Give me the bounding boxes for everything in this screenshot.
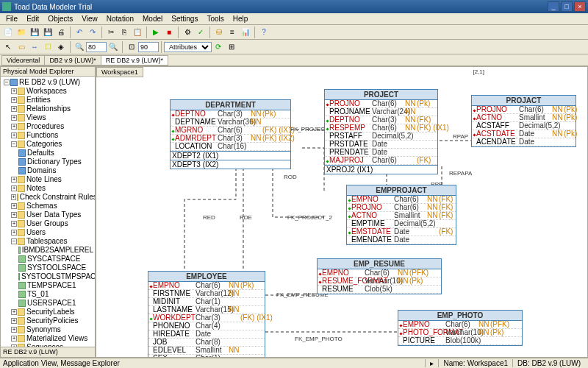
- tree-item[interactable]: +Note Lines: [2, 175, 93, 184]
- model-tab[interactable]: RE DB2 v.9 (LUW)*: [101, 55, 168, 66]
- tree-item[interactable]: +Entities: [2, 96, 93, 105]
- entity-icon[interactable]: ▭: [16, 42, 26, 52]
- status-db: DB: DB2 v.9 (LUW): [512, 359, 585, 367]
- tree-item[interactable]: −Categories: [2, 140, 93, 149]
- stop-icon[interactable]: ■: [164, 27, 174, 38]
- tree-item[interactable]: Dictionary Types: [2, 158, 93, 166]
- tree-item[interactable]: SYSTOOLSTMPSPACE: [2, 272, 93, 281]
- model-tab[interactable]: Videorental: [1, 55, 45, 66]
- script-icon[interactable]: ≡: [227, 27, 237, 38]
- zoom-input-1[interactable]: [86, 42, 107, 52]
- tree-body[interactable]: −RE DB2 v.9 (LUW)+Workspaces+Entities+Re…: [1, 77, 95, 347]
- display-combo[interactable]: Attributes: [164, 42, 212, 52]
- tree-item[interactable]: +Workspaces: [2, 87, 93, 96]
- entity-header: EMPLOYEE: [148, 272, 265, 282]
- rel-repapa: REPAPA: [449, 170, 472, 177]
- check-icon[interactable]: ✓: [196, 27, 206, 38]
- titlebar: Toad Data Modeler Trial _ □ ×: [0, 0, 588, 13]
- tree-item[interactable]: TS_01: [2, 290, 93, 299]
- menu-view[interactable]: View: [77, 14, 102, 24]
- help-icon[interactable]: ?: [259, 27, 269, 38]
- entity-column: EMENDATEDate: [347, 236, 456, 244]
- entity-empprojact[interactable]: EMPPROJACTEMPNOChar(6)NN(FK)PROJNOChar(6…: [346, 185, 456, 245]
- tree-item[interactable]: TEMPSPACE1: [2, 281, 93, 290]
- tree-item[interactable]: SYSCATSPACE: [2, 255, 93, 263]
- menu-model[interactable]: Model: [138, 14, 167, 24]
- zoom-input-2[interactable]: [138, 42, 159, 52]
- tree-root[interactable]: −RE DB2 v.9 (LUW): [2, 78, 93, 87]
- pointer-icon[interactable]: ↖: [3, 42, 13, 52]
- diagram-canvas[interactable]: Workspace1 [2,1] ROD RED RDE FK_PROJECT_…: [96, 66, 588, 358]
- tree-item[interactable]: +User Groups: [2, 219, 93, 228]
- close-button[interactable]: ×: [574, 1, 586, 12]
- tree-item[interactable]: USERSPACE1: [2, 299, 93, 308]
- save-icon[interactable]: 💾: [29, 27, 40, 38]
- menu-notation[interactable]: Notation: [102, 14, 138, 24]
- tree-bottom-tab[interactable]: RE DB2 v.9 (LUW): [1, 347, 95, 357]
- menu-edit[interactable]: Edit: [22, 14, 43, 24]
- entity-department[interactable]: DEPARTMENTDEPTNOChar(3)NN(Pk)DEPTNAMEVar…: [170, 99, 291, 169]
- open-icon[interactable]: 📁: [16, 27, 26, 38]
- refresh-icon[interactable]: ⟳: [213, 42, 223, 52]
- model-tab[interactable]: DB2 v.9 (LUW)*: [44, 55, 101, 66]
- minimize-button[interactable]: _: [548, 1, 559, 12]
- status-m: ▸: [425, 359, 438, 367]
- tree-item[interactable]: +Synonyms: [2, 325, 93, 334]
- new-icon[interactable]: 📄: [3, 27, 13, 38]
- tree-item[interactable]: +SecurityLabels: [2, 308, 93, 316]
- tree-item[interactable]: +Views: [2, 113, 93, 122]
- tree-item[interactable]: +Functions: [2, 131, 93, 140]
- tree-item[interactable]: IBMDB2SAMPLEREL: [2, 246, 93, 255]
- entity-index: XDEPT2 (IX1): [171, 151, 290, 160]
- run-icon[interactable]: ▶: [151, 27, 161, 38]
- tree-item[interactable]: +Users: [2, 228, 93, 237]
- menu-tools[interactable]: Tools: [202, 14, 228, 24]
- maximize-button[interactable]: □: [561, 1, 573, 12]
- entity-emp-photo[interactable]: EMP_PHOTOEMPNOChar(6)NN(PFK)PHOTO_FORMAT…: [398, 310, 523, 346]
- menu-settings[interactable]: Settings: [167, 14, 202, 24]
- zoomout-icon[interactable]: 🔍: [74, 42, 85, 52]
- status-bar: Application View, Message Explorer ▸ Nam…: [0, 358, 588, 368]
- saveall-icon[interactable]: 💾: [43, 27, 53, 38]
- entity-column: PICTUREBlob(100k): [398, 337, 522, 345]
- fit-icon[interactable]: ⊡: [126, 42, 137, 52]
- paste-icon[interactable]: 📋: [132, 27, 143, 38]
- tree-item[interactable]: Defaults: [2, 149, 93, 158]
- entity-projact[interactable]: PROJACTPROJNOChar(6)NN(Pk)ACTNOSmallintN…: [471, 95, 576, 147]
- cut-icon[interactable]: ✂: [106, 27, 116, 38]
- entity-column: LOCATIONChar(16): [171, 143, 290, 151]
- tree-item[interactable]: +Relationships: [2, 105, 93, 113]
- tree-item[interactable]: +Schemas: [2, 202, 93, 210]
- menu-file[interactable]: File: [1, 14, 22, 24]
- tree-item[interactable]: +Procedures: [2, 122, 93, 131]
- zoomin-icon[interactable]: 🔍: [108, 42, 118, 52]
- tree-item[interactable]: −Tablespaces: [2, 237, 93, 246]
- tree-item[interactable]: Domains: [2, 166, 93, 175]
- print-icon[interactable]: 🖨: [56, 27, 66, 38]
- tree-item[interactable]: +Materialized Views: [2, 334, 93, 343]
- menu-help[interactable]: Help: [229, 14, 253, 24]
- entity-employee[interactable]: EMPLOYEEEMPNOChar(6)NN(Pk)FIRSTNMEVarcha…: [148, 271, 265, 358]
- report-icon[interactable]: 📊: [240, 27, 251, 38]
- tree-item[interactable]: +User Data Types: [2, 210, 93, 219]
- redo-icon[interactable]: ↷: [87, 27, 98, 38]
- expand-icon[interactable]: ⊞: [226, 42, 237, 52]
- tree-item[interactable]: +Check Constraint Rules: [2, 193, 93, 202]
- workspace-tab[interactable]: Workspace1: [96, 67, 143, 77]
- entity-emp-resume[interactable]: EMP_RESUMEEMPNOChar(6)NN(PFK)RESUME_FORM…: [317, 258, 442, 294]
- tree-item[interactable]: +SecurityPolicies: [2, 316, 93, 325]
- tree-item[interactable]: SYSTOOLSPACE: [2, 263, 93, 272]
- undo-icon[interactable]: ↶: [74, 27, 85, 38]
- entity-header: DEPARTMENT: [171, 100, 290, 110]
- gear-icon[interactable]: ⚙: [182, 27, 193, 38]
- menu-objects[interactable]: Objects: [43, 14, 77, 24]
- entity-project[interactable]: PROJECTPROJNOChar(6)NN(Pk)PROJNAMEVarcha…: [324, 89, 438, 174]
- view-icon[interactable]: ◈: [56, 42, 66, 52]
- status-left: Application View, Message Explorer: [3, 359, 120, 367]
- note-icon[interactable]: ☐: [43, 42, 53, 52]
- tree-item[interactable]: +Notes: [2, 184, 93, 193]
- model-tabs: VideorentalDB2 v.9 (LUW)*RE DB2 v.9 (LUW…: [0, 54, 588, 66]
- relation-icon[interactable]: ↔: [29, 42, 40, 52]
- db-icon[interactable]: ⛁: [214, 27, 224, 38]
- copy-icon[interactable]: ⎘: [119, 27, 129, 38]
